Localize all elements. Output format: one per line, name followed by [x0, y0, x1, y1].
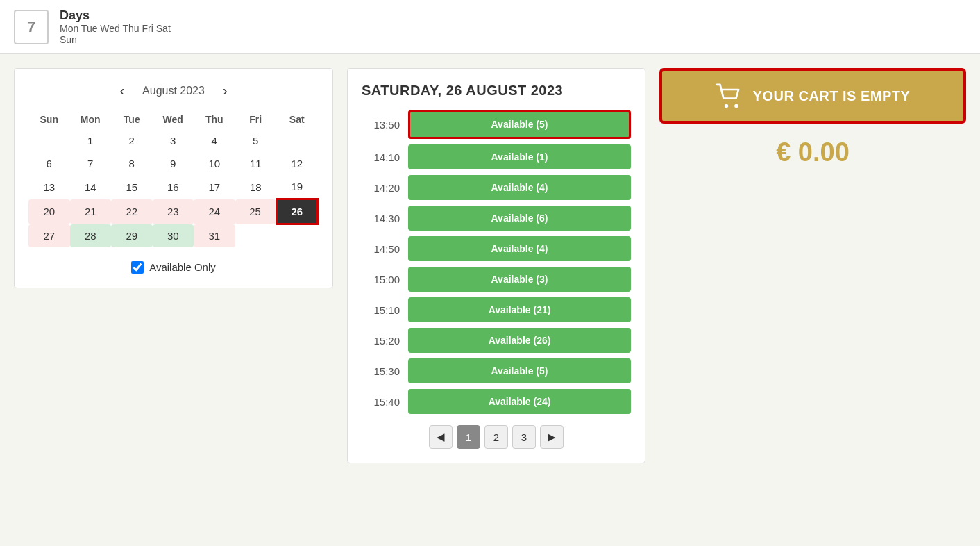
cart-total: € 0.00 [776, 138, 850, 167]
icon-number: 7 [27, 18, 35, 36]
calendar-day[interactable]: 27 [28, 224, 70, 247]
slot-row: 15:10 Available (21) [362, 297, 631, 322]
calendar-day[interactable]: 28 [70, 224, 112, 247]
header-days-line1: Mon Tue Wed Thu Fri Sat [60, 23, 171, 34]
slot-button[interactable]: Available (5) [408, 358, 631, 383]
calendar-day[interactable]: 10 [194, 152, 235, 175]
calendar-day[interactable]: 19 [276, 175, 318, 199]
calendar-day[interactable]: 18 [235, 175, 277, 199]
cart-empty-label: YOUR CART IS EMPTY [753, 88, 911, 104]
slot-button[interactable]: Available (1) [408, 144, 631, 169]
pagination-prev[interactable]: ◀ [429, 425, 453, 449]
table-row: 13 14 15 16 17 18 19 [28, 175, 318, 199]
calendar-day[interactable]: 16 [153, 175, 194, 199]
slot-row: 14:30 Available (6) [362, 206, 631, 231]
slots-panel: SATURDAY, 26 AUGUST 2023 13:50 Available… [347, 68, 645, 463]
slot-row: 14:10 Available (1) [362, 144, 631, 169]
table-row: 20 21 22 23 24 25 26 [28, 199, 318, 224]
pagination-next[interactable]: ▶ [540, 425, 564, 449]
pagination-page-1[interactable]: 1 [457, 425, 480, 449]
header-days-line2: Sun [60, 34, 171, 45]
page-header: 7 Days Mon Tue Wed Thu Fri Sat Sun [0, 0, 980, 54]
slot-time: 14:30 [362, 213, 400, 224]
slot-time: 13:50 [362, 119, 400, 131]
slot-row: 15:00 Available (3) [362, 267, 631, 292]
slot-time: 14:20 [362, 182, 400, 194]
slot-button[interactable]: Available (26) [408, 328, 631, 353]
calendar-day[interactable]: 21 [70, 199, 112, 224]
calendar-day[interactable]: 20 [28, 199, 70, 224]
slot-row: 15:20 Available (26) [362, 328, 631, 353]
calendar-day-empty [276, 224, 318, 247]
calendar-month-label: August 2023 [142, 85, 205, 97]
weekday-sat: Sat [276, 110, 318, 129]
slot-button[interactable]: Available (24) [408, 389, 631, 414]
slot-button[interactable]: Available (21) [408, 297, 631, 322]
weekday-mon: Mon [70, 110, 112, 129]
available-only-checkbox[interactable] [131, 261, 144, 274]
slot-row: 14:20 Available (4) [362, 175, 631, 200]
slot-time: 15:30 [362, 365, 400, 377]
slot-button[interactable]: Available (4) [408, 175, 631, 200]
header-info: Days Mon Tue Wed Thu Fri Sat Sun [60, 8, 171, 45]
calendar-day[interactable]: 8 [111, 152, 153, 175]
next-month-button[interactable]: › [219, 83, 232, 99]
calendar-day[interactable]: 13 [28, 175, 70, 199]
cart-icon [716, 83, 743, 108]
calendar-day[interactable]: 23 [153, 199, 194, 224]
available-only-label: Available Only [149, 261, 216, 273]
calendar-day[interactable]: 14 [70, 175, 112, 199]
calendar-day[interactable]: 15 [111, 175, 153, 199]
calendar-day-selected[interactable]: 26 [276, 199, 318, 224]
calendar-day[interactable]: 1 [70, 129, 112, 152]
calendar-day[interactable]: 30 [153, 224, 194, 247]
weekday-thu: Thu [194, 110, 235, 129]
weekday-fri: Fri [235, 110, 277, 129]
cart-empty-button[interactable]: YOUR CART IS EMPTY [659, 68, 966, 124]
calendar-day[interactable]: 12 [276, 152, 318, 175]
calendar-day[interactable]: 29 [111, 224, 153, 247]
calendar-day[interactable]: 22 [111, 199, 153, 224]
calendar-day[interactable]: 7 [70, 152, 112, 175]
slot-time: 15:20 [362, 335, 400, 347]
calendar-day[interactable]: 24 [194, 199, 235, 224]
calendar-day[interactable]: 9 [153, 152, 194, 175]
slot-button[interactable]: Available (3) [408, 267, 631, 292]
svg-point-1 [734, 104, 738, 108]
cart-panel: YOUR CART IS EMPTY € 0.00 [659, 68, 966, 167]
slot-time: 15:10 [362, 304, 400, 316]
slot-button[interactable]: Available (6) [408, 206, 631, 231]
slot-time: 14:50 [362, 243, 400, 255]
svg-point-0 [724, 104, 727, 108]
calendar-day[interactable]: 2 [111, 129, 153, 152]
calendar-panel: ‹ August 2023 › Sun Mon Tue Wed Thu Fri … [14, 68, 333, 288]
calendar-day[interactable]: 3 [153, 129, 194, 152]
table-row: 1 2 3 4 5 [28, 129, 318, 152]
header-title: Days [60, 8, 171, 23]
slot-button[interactable]: Available (5) [408, 110, 631, 139]
pagination-page-2[interactable]: 2 [484, 425, 508, 449]
calendar-day[interactable]: 17 [194, 175, 235, 199]
days-icon: 7 [14, 10, 49, 44]
pagination-page-3[interactable]: 3 [512, 425, 536, 449]
available-only-filter: Available Only [28, 261, 319, 274]
prev-month-button[interactable]: ‹ [115, 83, 128, 99]
calendar-day[interactable]: 6 [28, 152, 70, 175]
calendar-day[interactable]: 5 [235, 129, 277, 152]
pagination: ◀ 1 2 3 ▶ [362, 425, 631, 449]
slots-date: SATURDAY, 26 AUGUST 2023 [362, 83, 631, 99]
calendar-day[interactable]: 11 [235, 152, 277, 175]
slot-row: 15:30 Available (5) [362, 358, 631, 383]
main-content: ‹ August 2023 › Sun Mon Tue Wed Thu Fri … [0, 54, 980, 477]
calendar-day[interactable]: 31 [194, 224, 235, 247]
calendar-day-empty [235, 224, 277, 247]
calendar-nav: ‹ August 2023 › [28, 83, 319, 99]
slot-time: 15:40 [362, 396, 400, 408]
calendar-day-empty [28, 129, 70, 152]
slot-time: 15:00 [362, 274, 400, 286]
calendar-table: Sun Mon Tue Wed Thu Fri Sat 1 2 3 4 5 [28, 110, 319, 247]
slot-button[interactable]: Available (4) [408, 236, 631, 261]
calendar-day[interactable]: 4 [194, 129, 235, 152]
table-row: 6 7 8 9 10 11 12 [28, 152, 318, 175]
calendar-day[interactable]: 25 [235, 199, 277, 224]
